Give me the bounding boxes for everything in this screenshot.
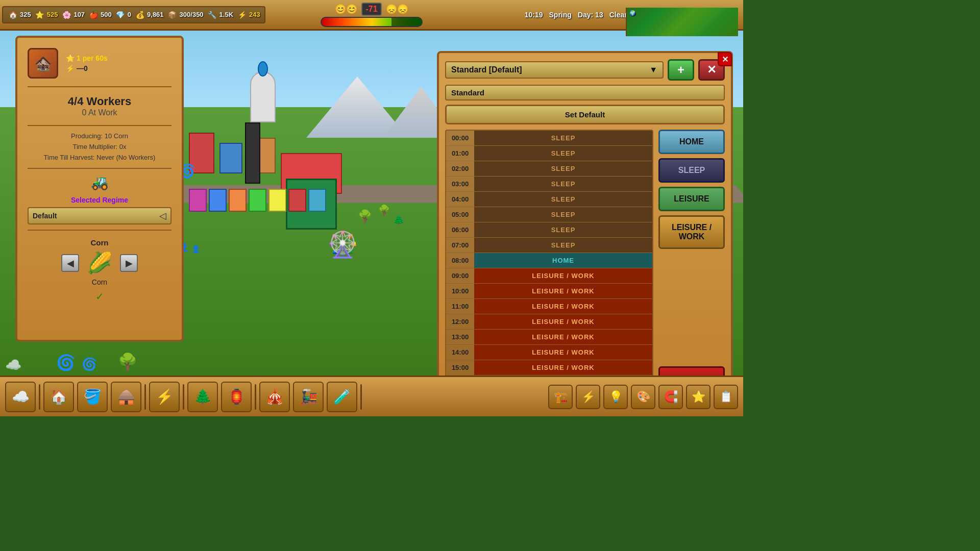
schedule-row-time: 07:00 xyxy=(446,238,474,253)
schedule-row[interactable]: 13:00LEISURE / WORK xyxy=(446,330,652,345)
schedule-row-activity[interactable]: HOME xyxy=(474,253,652,268)
tools-icon: 🔧 xyxy=(207,9,218,20)
toolbar-sep-2 xyxy=(144,384,146,410)
crop-confirm-icon: ✓ xyxy=(28,290,172,303)
schedule-row-activity[interactable]: LEISURE / WORK xyxy=(474,360,652,375)
leisure-build-btn[interactable]: 🎪 xyxy=(259,382,290,412)
regime-dropdown[interactable]: Default ◁ xyxy=(28,207,172,224)
schedule-row[interactable]: 14:00LEISURE / WORK xyxy=(446,345,652,360)
power-icon: ⚡ xyxy=(236,9,248,20)
side-activity-btns: HOME SLEEP LEISURE LEISURE / WORK xyxy=(658,130,725,249)
schedule-row[interactable]: 07:00SLEEP xyxy=(446,238,652,253)
schedule-row[interactable]: 15:00LEISURE / WORK xyxy=(446,360,652,375)
power-build-btn[interactable]: ⚡ xyxy=(149,382,180,412)
schedule-row[interactable]: 03:00SLEEP xyxy=(446,177,652,192)
hud-right: 10:19 Spring Day: 13 Clear Skies 4.0X ⏸ … xyxy=(525,8,738,22)
sleep-activity-btn[interactable]: SLEEP xyxy=(658,158,725,183)
schedule-row-activity[interactable]: SLEEP xyxy=(474,146,652,161)
schedule-row-activity[interactable]: SLEEP xyxy=(474,192,652,207)
divider-4 xyxy=(28,230,172,231)
favorites-btn[interactable]: ⭐ xyxy=(686,385,710,409)
crop-next-btn[interactable]: ▶ xyxy=(120,254,138,272)
resource-power: ⚡ 243 xyxy=(236,9,260,20)
crop-label-top: Corn xyxy=(28,238,172,247)
happy-face-icon: 😊😊 xyxy=(335,4,357,15)
schedule-row-time: 02:00 xyxy=(446,161,474,176)
storage-icon: 📦 xyxy=(167,9,178,20)
lab-build-btn[interactable]: 🧪 xyxy=(327,382,357,412)
housing-build-btn[interactable]: 🏠 xyxy=(43,382,74,412)
schedule-row[interactable]: 04:00SLEEP xyxy=(446,192,652,207)
tools-build-btn[interactable]: ⚡ xyxy=(576,385,600,409)
nature-build-btn[interactable]: 🌲 xyxy=(187,382,218,412)
schedule-row-activity[interactable]: SLEEP xyxy=(474,238,652,253)
bottom-toolbar: ☁️ 🏠 🪣 🛖 ⚡ 🌲 🏮 🎪 🚂 🧪 🏗️ ⚡ 💡 🎨 🧲 ⭐ 📋 xyxy=(0,375,743,416)
bulb-btn[interactable]: 💡 xyxy=(603,385,628,409)
schedule-row[interactable]: 01:00SLEEP xyxy=(446,146,652,161)
set-default-btn[interactable]: Set Default xyxy=(445,105,725,124)
happiness-bar-overlay xyxy=(391,18,422,26)
schedule-row-activity[interactable]: SLEEP xyxy=(474,161,652,176)
schedule-row[interactable]: 00:00SLEEP xyxy=(446,131,652,146)
schedule-row-activity[interactable]: LEISURE / WORK xyxy=(474,299,652,314)
coins-icon: 💰 xyxy=(134,9,145,20)
crop-prev-btn[interactable]: ◀ xyxy=(61,254,79,272)
weather-btn[interactable]: ☁️ xyxy=(5,382,36,412)
schedule-name-field[interactable]: Standard xyxy=(445,85,725,101)
schedule-row-activity[interactable]: LEISURE / WORK xyxy=(474,345,652,360)
schedule-row[interactable]: 06:00SLEEP xyxy=(446,222,652,238)
happiness-section: 😊😊 -71 😞😞 xyxy=(321,3,423,27)
lamp-build-btn[interactable]: 🏮 xyxy=(221,382,252,412)
schedule-row-activity[interactable]: LEISURE / WORK xyxy=(474,268,652,283)
schedule-side-content: HOME SLEEP LEISURE LEISURE / WORK Lockdo… xyxy=(658,130,725,392)
schedule-row-activity[interactable]: SLEEP xyxy=(474,177,652,191)
schedule-row-activity[interactable]: SLEEP xyxy=(474,222,652,237)
leisure-activity-btn[interactable]: LEISURE xyxy=(658,187,725,211)
toolbar-sep-5 xyxy=(360,384,362,410)
schedule-row[interactable]: 05:00SLEEP xyxy=(446,207,652,222)
schedule-row-time: 03:00 xyxy=(446,177,474,191)
add-schedule-btn[interactable]: + xyxy=(668,59,694,81)
schedule-row[interactable]: 09:00LEISURE / WORK xyxy=(446,268,652,284)
lightning-stat: ⚡ —0 xyxy=(66,64,108,72)
production-info: Producing: 10 Corn Time Multiplier: 0x T… xyxy=(28,131,172,163)
divider-2 xyxy=(28,125,172,126)
schedule-row-activity[interactable]: LEISURE / WORK xyxy=(474,284,652,298)
game-day: Day: 13 xyxy=(578,11,603,19)
home-activity-btn[interactable]: HOME xyxy=(658,130,725,154)
star-value: 525 xyxy=(47,11,58,18)
schedule-row[interactable]: 10:00LEISURE / WORK xyxy=(446,284,652,299)
schedule-row-time: 08:00 xyxy=(446,253,474,268)
schedule-row-activity[interactable]: LEISURE / WORK xyxy=(474,330,652,344)
leisure-work-activity-btn[interactable]: LEISURE / WORK xyxy=(658,215,725,249)
schedule-list[interactable]: 00:00SLEEP01:00SLEEP02:00SLEEP03:00SLEEP… xyxy=(445,130,653,392)
color-wheel-btn[interactable]: 🎨 xyxy=(631,385,655,409)
schedule-row-activity[interactable]: LEISURE / WORK xyxy=(474,314,652,329)
magnet-btn[interactable]: 🧲 xyxy=(658,385,683,409)
schedule-row[interactable]: 11:00LEISURE / WORK xyxy=(446,299,652,314)
schedule-close-btn[interactable]: ✕ xyxy=(718,52,732,66)
schedule-preset-dropdown[interactable]: Standard [Default] ▼ xyxy=(445,61,664,79)
schedule-row-activity[interactable]: SLEEP xyxy=(474,207,652,222)
minimap[interactable]: 🌍 xyxy=(626,8,738,36)
schedule-row[interactable]: 02:00SLEEP xyxy=(446,161,652,177)
regime-label: Selected Regime xyxy=(28,196,172,204)
gem-value: 0 xyxy=(128,11,131,18)
construct-btn[interactable]: 🏗️ xyxy=(548,385,573,409)
schedule-row[interactable]: 12:00LEISURE / WORK xyxy=(446,314,652,330)
toolbar-sep-1 xyxy=(39,384,40,410)
schedule-row[interactable]: 08:00HOME xyxy=(446,253,652,268)
schedule-row-time: 04:00 xyxy=(446,192,474,207)
dropdown-arrow-icon: ▼ xyxy=(649,65,657,74)
schedule-row-time: 10:00 xyxy=(446,284,474,298)
star-rating: ⭐ 1 per 60s xyxy=(66,54,108,62)
schedule-row-activity[interactable]: SLEEP xyxy=(474,131,652,145)
schedule-row-time: 14:00 xyxy=(446,345,474,360)
bucket-build-btn[interactable]: 🪣 xyxy=(77,382,108,412)
hut-build-btn[interactable]: 🛖 xyxy=(111,382,141,412)
transport-build-btn[interactable]: 🚂 xyxy=(293,382,324,412)
schedule-row-time: 09:00 xyxy=(446,268,474,283)
notes-btn[interactable]: 📋 xyxy=(714,385,738,409)
happiness-bar-container: 😊😊 -71 😞😞 xyxy=(335,3,408,16)
workers-at-work: 0 At Work xyxy=(28,108,172,117)
